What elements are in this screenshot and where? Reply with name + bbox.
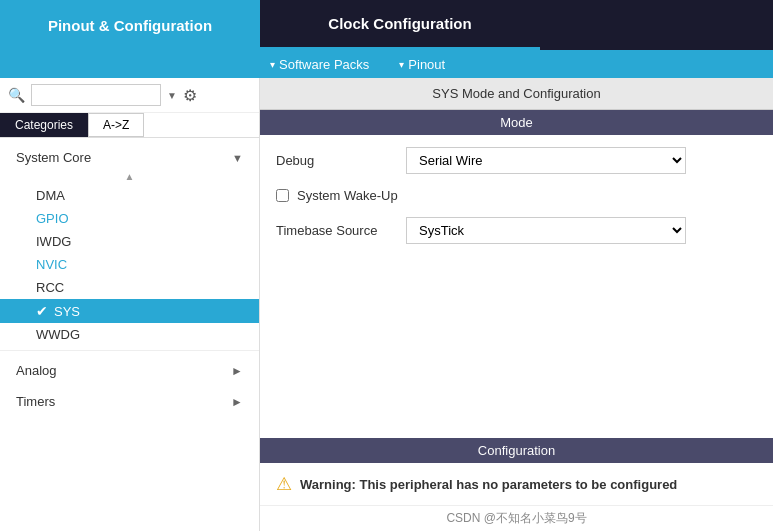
mode-section: Debug No Debug Serial Wire JTAG (5 pins)… [260,135,773,418]
category-system-core: System Core ▼ ▲ DMA GPIO IWDG NVIC RCC [0,142,259,351]
debug-select[interactable]: No Debug Serial Wire JTAG (5 pins) JTAG … [406,147,686,174]
sidebar-item-wwdg-label: WWDG [36,327,80,342]
tab-pinout-label: Pinout & Configuration [48,17,212,34]
main-layout: 🔍 ▼ ⚙ Categories A->Z System Core ▼ ▲ [0,78,773,531]
tab-az[interactable]: A->Z [88,113,144,137]
sidebar-item-iwdg[interactable]: IWDG [0,230,259,253]
chevron-down-icon: ▾ [270,59,275,70]
config-section-header: Configuration [260,438,773,463]
sub-nav: ▾ Software Packs ▾ Pinout [0,50,773,78]
timebase-label: Timebase Source [276,223,396,238]
sub-nav-software-packs-label: Software Packs [279,57,369,72]
sidebar-item-rcc-label: RCC [36,280,64,295]
search-input[interactable] [31,84,161,106]
sub-nav-right: ▾ Software Packs ▾ Pinout [260,57,773,72]
gear-icon[interactable]: ⚙ [183,86,197,105]
warning-icon: ⚠ [276,473,292,495]
category-system-core-header[interactable]: System Core ▼ [0,142,259,169]
mode-section-header: Mode [260,110,773,135]
system-wakeup-row: System Wake-Up [276,188,757,203]
debug-label: Debug [276,153,396,168]
arrow-right-icon-2: ► [231,395,243,409]
chevron-down-icon-2: ▾ [399,59,404,70]
sidebar-item-iwdg-label: IWDG [36,234,71,249]
tab-clock-label: Clock Configuration [328,15,471,32]
dropdown-arrow-icon: ▼ [167,90,177,101]
sub-nav-pinout[interactable]: ▾ Pinout [399,57,445,72]
system-wakeup-checkbox[interactable] [276,189,289,202]
category-analog-label: Analog [16,363,56,378]
system-wakeup-label: System Wake-Up [297,188,398,203]
tab-az-label: A->Z [103,118,129,132]
sidebar-item-gpio-label: GPIO [36,211,69,226]
sidebar-item-rcc[interactable]: RCC [0,276,259,299]
arrow-right-icon: ► [231,364,243,378]
warning-text: Warning: This peripheral has no paramete… [300,477,677,492]
tab-extra[interactable] [540,0,773,50]
watermark: CSDN @不知名小菜鸟9号 [260,505,773,531]
tab-pinout[interactable]: Pinout & Configuration [0,0,260,50]
sidebar-content: System Core ▼ ▲ DMA GPIO IWDG NVIC RCC [0,138,259,531]
debug-row: Debug No Debug Serial Wire JTAG (5 pins)… [276,147,757,174]
search-icon: 🔍 [8,87,25,103]
tab-categories-label: Categories [15,118,73,132]
category-timers-label: Timers [16,394,55,409]
sidebar-search: 🔍 ▼ ⚙ [0,78,259,113]
scroll-up-indicator: ▲ [0,169,259,184]
sidebar-item-nvic[interactable]: NVIC [0,253,259,276]
content-title: SYS Mode and Configuration [260,78,773,110]
sidebar-item-dma[interactable]: DMA [0,184,259,207]
sidebar-item-sys[interactable]: ✔ SYS [0,299,259,323]
sub-nav-software-packs[interactable]: ▾ Software Packs [270,57,369,72]
sidebar-item-dma-label: DMA [36,188,65,203]
top-nav: Pinout & Configuration Clock Configurati… [0,0,773,50]
sub-nav-pinout-label: Pinout [408,57,445,72]
sidebar-tabs: Categories A->Z [0,113,259,138]
category-timers[interactable]: Timers ► [0,386,259,417]
sidebar-item-gpio[interactable]: GPIO [0,207,259,230]
warning-text-bold: Warning: This peripheral has no paramete… [300,477,677,492]
category-analog[interactable]: Analog ► [0,355,259,386]
watermark-text: CSDN @不知名小菜鸟9号 [446,511,586,525]
tab-categories[interactable]: Categories [0,113,88,137]
category-system-core-label: System Core [16,150,91,165]
arrow-down-icon: ▼ [232,152,243,164]
check-icon: ✔ [36,303,48,319]
warning-row: ⚠ Warning: This peripheral has no parame… [260,463,773,505]
sidebar-item-sys-label: SYS [54,304,80,319]
tab-clock[interactable]: Clock Configuration [260,0,540,50]
config-section-label: Configuration [478,443,555,458]
sidebar-item-wwdg[interactable]: WWDG [0,323,259,346]
content-area: SYS Mode and Configuration Mode Debug No… [260,78,773,531]
timebase-select[interactable]: SysTick TIM1 TIM2 [406,217,686,244]
timebase-row: Timebase Source SysTick TIM1 TIM2 [276,217,757,244]
sidebar-item-nvic-label: NVIC [36,257,67,272]
content-title-text: SYS Mode and Configuration [432,86,600,101]
mode-section-label: Mode [500,115,533,130]
sidebar: 🔍 ▼ ⚙ Categories A->Z System Core ▼ ▲ [0,78,260,531]
